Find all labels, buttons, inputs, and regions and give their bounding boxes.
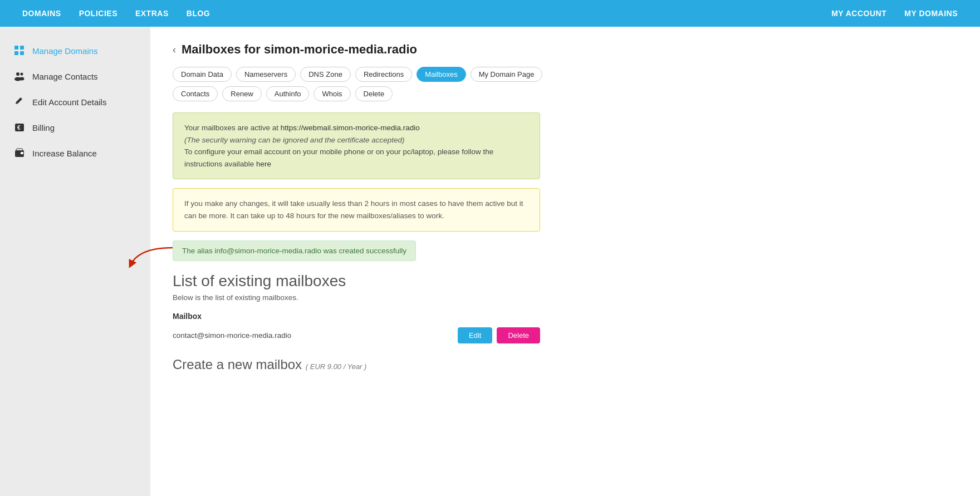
- sidebar-item-manage-domains[interactable]: Manage Domains: [0, 38, 150, 63]
- nav-right: MY ACCOUNT MY DOMAINS: [831, 9, 958, 18]
- grid-icon: [13, 45, 26, 57]
- success-container: The alias info@simon-morice-media.radio …: [173, 240, 958, 272]
- tab-renew[interactable]: Renew: [222, 86, 261, 101]
- success-message: The alias info@simon-morice-media.radio …: [173, 240, 416, 261]
- info-box-green: Your mailboxes are active at https://web…: [173, 112, 540, 179]
- page-title: Mailboxes for simon-morice-media.radio: [182, 42, 417, 57]
- svg-point-7: [19, 77, 24, 81]
- nav-my-account[interactable]: MY ACCOUNT: [831, 9, 886, 18]
- people-icon: [13, 70, 26, 82]
- sidebar-label-increase-balance: Increase Balance: [32, 149, 97, 158]
- tab-domain-data[interactable]: Domain Data: [173, 67, 232, 82]
- tab-delete[interactable]: Delete: [355, 86, 393, 101]
- top-nav: DOMAINS POLICIES EXTRAS BLOG MY ACCOUNT …: [0, 0, 980, 27]
- page-title-prefix: Mailboxes for: [182, 42, 264, 56]
- tab-mailboxes[interactable]: Mailboxes: [416, 67, 466, 82]
- svg-text:€: €: [17, 125, 21, 131]
- layout: Manage Domains Manage Contacts Edit Acco…: [0, 27, 980, 496]
- nav-extras[interactable]: EXTRAS: [135, 9, 169, 18]
- tab-my-domain-page[interactable]: My Domain Page: [471, 67, 543, 82]
- tab-authinfo[interactable]: Authinfo: [266, 86, 310, 101]
- sidebar-label-manage-domains: Manage Domains: [32, 46, 98, 56]
- sidebar-label-edit-account: Edit Account Details: [32, 97, 106, 107]
- here-link[interactable]: here: [256, 160, 271, 168]
- nav-blog[interactable]: BLOG: [187, 9, 210, 18]
- info-yellow-text: If you make any changes, it will take us…: [184, 198, 528, 222]
- svg-rect-1: [20, 46, 24, 50]
- info-green-line2: (The security warning can be ignored and…: [184, 136, 404, 144]
- sidebar-label-billing: Billing: [32, 123, 55, 132]
- tag-icon: €: [13, 121, 26, 134]
- table-row: contact@simon-morice-media.radio Edit De…: [173, 324, 540, 347]
- nav-my-domains[interactable]: MY DOMAINS: [904, 9, 958, 18]
- delete-button[interactable]: Delete: [497, 327, 540, 343]
- tab-nameservers[interactable]: Nameservers: [236, 67, 296, 82]
- mailboxes-heading: List of existing mailboxes: [173, 272, 958, 290]
- tab-redirections[interactable]: Redirections: [355, 67, 412, 82]
- create-mailbox-heading: Create a new mailbox ( EUR 9.00 / Year ): [173, 357, 958, 372]
- main-content: ‹ Mailboxes for simon-morice-media.radio…: [150, 27, 980, 496]
- tab-contacts[interactable]: Contacts: [173, 86, 218, 101]
- sidebar-label-manage-contacts: Manage Contacts: [32, 72, 98, 81]
- back-button[interactable]: ‹: [173, 44, 176, 56]
- sidebar-item-increase-balance[interactable]: Increase Balance: [0, 140, 150, 166]
- info-green-line1: Your mailboxes are active at: [184, 124, 281, 132]
- wallet-icon: [13, 147, 26, 159]
- page-header: ‹ Mailboxes for simon-morice-media.radio: [173, 42, 958, 57]
- mailbox-actions: Edit Delete: [458, 327, 540, 343]
- tab-whois[interactable]: Whois: [313, 86, 350, 101]
- tabs-row: Domain Data Nameservers DNS Zone Redirec…: [173, 67, 958, 82]
- sidebar-item-billing[interactable]: € Billing: [0, 115, 150, 140]
- tab-dns-zone[interactable]: DNS Zone: [300, 67, 351, 82]
- nav-policies[interactable]: POLICIES: [79, 9, 117, 18]
- svg-point-5: [21, 73, 23, 76]
- info-green-line3: To configure your email account on your …: [184, 148, 493, 168]
- pencil-icon: [13, 96, 26, 108]
- mailbox-column-header: Mailbox: [173, 312, 958, 321]
- svg-rect-0: [14, 46, 18, 50]
- mailboxes-subtext: Below is the list of existing mailboxes.: [173, 293, 958, 302]
- success-text: The alias info@simon-morice-media.radio …: [182, 247, 406, 255]
- sidebar-item-manage-contacts[interactable]: Manage Contacts: [0, 63, 150, 89]
- tabs-row-2: Contacts Renew Authinfo Whois Delete: [173, 86, 958, 101]
- create-heading-text: Create a new mailbox: [173, 357, 302, 372]
- info-box-yellow: If you make any changes, it will take us…: [173, 188, 540, 231]
- svg-rect-3: [20, 51, 24, 55]
- sidebar-item-edit-account[interactable]: Edit Account Details: [0, 89, 150, 115]
- edit-button[interactable]: Edit: [458, 327, 492, 343]
- create-price: ( EUR 9.00 / Year ): [306, 362, 367, 371]
- webmail-link[interactable]: https://webmail.simon-morice-media.radio: [281, 124, 420, 132]
- page-domain: simon-morice-media.radio: [264, 42, 417, 56]
- svg-point-4: [16, 72, 19, 76]
- red-arrow-annotation: [128, 245, 178, 273]
- svg-rect-2: [14, 51, 18, 55]
- nav-domains[interactable]: DOMAINS: [22, 9, 61, 18]
- nav-left: DOMAINS POLICIES EXTRAS BLOG: [22, 9, 210, 18]
- mailbox-email: contact@simon-morice-media.radio: [173, 331, 291, 340]
- svg-rect-11: [21, 152, 23, 154]
